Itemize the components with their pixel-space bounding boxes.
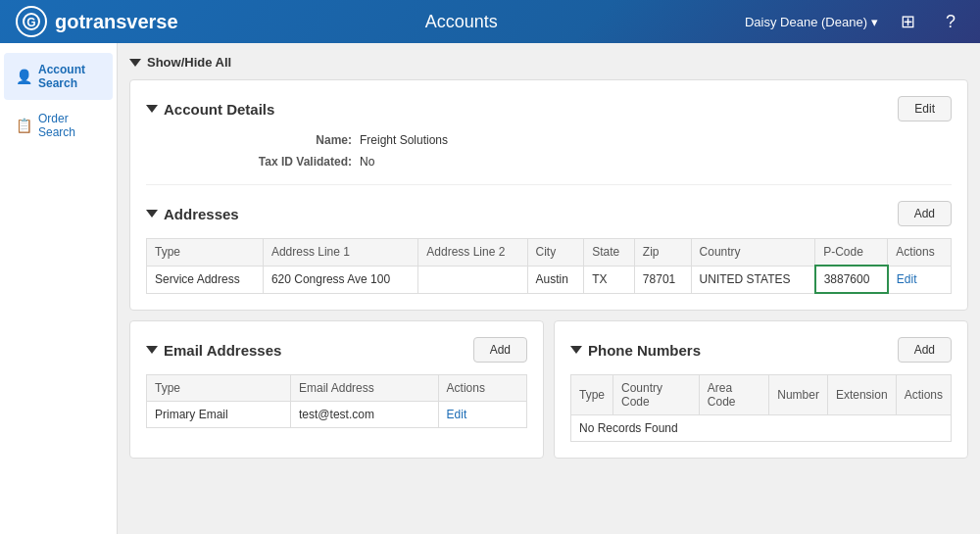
show-hide-triangle-icon — [129, 59, 141, 67]
field-row-name: Name: Freight Solutions — [146, 133, 952, 147]
addresses-title: Addresses — [146, 206, 239, 222]
cell-zip: 78701 — [634, 266, 691, 293]
addresses-triangle-icon — [146, 210, 158, 218]
account-details-section: Account Details Edit Name: Freight Solut… — [146, 96, 952, 169]
email-col-email: Email Address — [291, 375, 439, 402]
help-icon[interactable]: ? — [937, 8, 964, 35]
phone-table-body: No Records Found — [571, 415, 952, 442]
cell-state: TX — [584, 266, 635, 293]
field-value-name: Freight Solutions — [360, 133, 448, 147]
sidebar-item-order-search[interactable]: 📋 Order Search — [4, 102, 113, 149]
cell-city: Austin — [527, 266, 584, 293]
email-table: Type Email Address Actions Primary Email… — [146, 374, 527, 428]
sidebar: 👤 Account Search 📋 Order Search — [0, 43, 118, 534]
table-row: Service Address 620 Congress Ave 100 Aus… — [147, 266, 952, 293]
account-details-title: Account Details — [146, 101, 274, 118]
account-details-fields: Name: Freight Solutions Tax ID Validated… — [146, 133, 952, 169]
col-country: Country — [691, 239, 815, 267]
email-triangle-icon — [146, 346, 158, 354]
email-col-type: Type — [147, 375, 291, 402]
addresses-table: Type Address Line 1 Address Line 2 City … — [146, 238, 952, 294]
phone-col-number: Number — [769, 375, 828, 415]
addresses-header-row: Type Address Line 1 Address Line 2 City … — [147, 239, 952, 267]
col-city: City — [527, 239, 584, 267]
email-header-row: Type Email Address Actions — [147, 375, 527, 402]
field-row-tax-id: Tax ID Validated: No — [146, 155, 952, 169]
divider — [146, 184, 952, 185]
field-label-tax-id: Tax ID Validated: — [224, 155, 352, 169]
page-title: Accounts — [178, 12, 745, 32]
email-edit-button[interactable]: Edit — [447, 408, 467, 421]
sidebar-item-label-account-search: Account Search — [38, 63, 101, 90]
addresses-label: Addresses — [164, 206, 239, 222]
table-row: Primary Email test@test.com Edit — [147, 402, 527, 428]
header-right: Daisy Deane (Deane) ▾ ⊞ ? — [745, 8, 964, 35]
cell-address-line1: 620 Congress Ave 100 — [263, 266, 417, 293]
phone-col-type: Type — [571, 375, 613, 415]
table-row: No Records Found — [571, 415, 952, 442]
addresses-add-button[interactable]: Add — [898, 201, 952, 226]
logo-text: gotransverse — [55, 11, 178, 33]
phone-header-row: Type Country Code Area Code Number Exten… — [571, 375, 952, 415]
email-add-button[interactable]: Add — [473, 337, 527, 363]
show-hide-all[interactable]: Show/Hide All — [129, 55, 968, 70]
phone-label: Phone Numbers — [588, 342, 701, 359]
email-addresses-section: Email Addresses Add Type Email Address A… — [129, 320, 544, 459]
phone-add-button[interactable]: Add — [898, 337, 952, 363]
account-details-header: Account Details Edit — [146, 96, 952, 121]
addresses-table-body: Service Address 620 Congress Ave 100 Aus… — [147, 266, 952, 293]
app-header: G gotransverse Accounts Daisy Deane (Dea… — [0, 0, 980, 43]
cell-country: UNITED STATES — [691, 266, 815, 293]
user-menu[interactable]: Daisy Deane (Deane) ▾ — [745, 15, 878, 29]
user-dropdown-icon: ▾ — [871, 15, 878, 29]
logo-icon: G — [16, 6, 47, 37]
logo: G gotransverse — [16, 6, 178, 37]
field-label-name: Name: — [224, 133, 352, 147]
user-name: Daisy Deane (Deane) — [745, 15, 867, 29]
cell-actions: Edit — [888, 266, 952, 293]
addresses-header: Addresses Add — [146, 201, 952, 226]
phone-header: Phone Numbers Add — [570, 337, 952, 363]
email-cell-type: Primary Email — [147, 402, 291, 428]
phone-triangle-icon — [570, 346, 582, 354]
col-pcode: P-Code — [815, 239, 888, 267]
phone-table-header: Type Country Code Area Code Number Exten… — [571, 375, 952, 415]
account-details-edit-button[interactable]: Edit — [898, 96, 952, 121]
col-zip: Zip — [634, 239, 691, 267]
address-edit-button[interactable]: Edit — [897, 272, 917, 286]
email-title: Email Addresses — [146, 342, 281, 359]
account-search-icon: 👤 — [16, 69, 32, 84]
cell-type: Service Address — [147, 266, 264, 293]
bottom-columns: Email Addresses Add Type Email Address A… — [129, 320, 968, 459]
email-table-body: Primary Email test@test.com Edit — [147, 402, 527, 428]
sidebar-item-label-order-search: Order Search — [38, 112, 101, 139]
email-label: Email Addresses — [164, 342, 281, 359]
email-col-actions: Actions — [438, 375, 526, 402]
account-details-triangle-icon — [146, 105, 158, 113]
show-hide-label: Show/Hide All — [147, 55, 231, 70]
phone-no-records: No Records Found — [571, 415, 952, 442]
phone-numbers-section: Phone Numbers Add Type Country Code Area… — [554, 320, 968, 459]
phone-col-area-code: Area Code — [699, 375, 768, 415]
sidebar-item-account-search[interactable]: 👤 Account Search — [4, 53, 113, 100]
col-address-line1: Address Line 1 — [263, 239, 417, 267]
phone-title: Phone Numbers — [570, 342, 701, 359]
order-search-icon: 📋 — [16, 118, 32, 133]
email-cell-email: test@test.com — [291, 402, 439, 428]
phone-col-extension: Extension — [827, 375, 896, 415]
cell-address-line2 — [418, 266, 527, 293]
phone-col-actions: Actions — [896, 375, 951, 415]
account-details-label: Account Details — [164, 101, 274, 118]
svg-text:G: G — [26, 16, 35, 29]
email-cell-actions: Edit — [438, 402, 526, 428]
email-header: Email Addresses Add — [146, 337, 527, 363]
cell-pcode: 3887600 — [815, 266, 888, 293]
grid-icon[interactable]: ⊞ — [894, 8, 921, 35]
phone-col-country-code: Country Code — [613, 375, 700, 415]
email-table-header: Type Email Address Actions — [147, 375, 527, 402]
col-type: Type — [147, 239, 264, 267]
col-address-line2: Address Line 2 — [418, 239, 527, 267]
col-actions: Actions — [888, 239, 952, 267]
addresses-section: Addresses Add Type Address Line 1 Addres… — [146, 201, 952, 294]
field-value-tax-id: No — [360, 155, 374, 169]
